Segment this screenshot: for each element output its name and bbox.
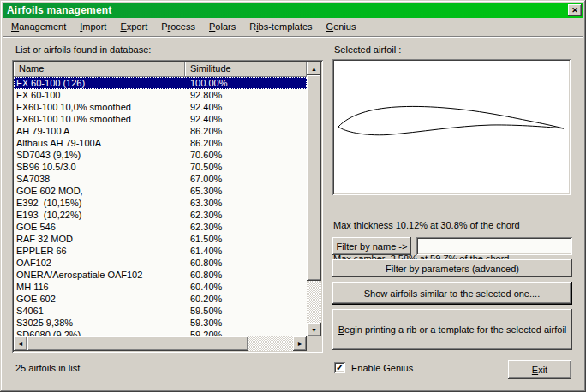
list-item[interactable]: S3025 9,38% 59.30%: [14, 317, 307, 329]
show-similar-airfoils-button[interactable]: Show airfoils similar to the selected on…: [332, 282, 572, 305]
list-item[interactable]: ONERA/Aerospatiale OAF102 60.80%: [14, 269, 307, 281]
close-button[interactable]: ✕: [568, 4, 582, 16]
menu-bar: Management Import Export Process Polars …: [3, 18, 583, 37]
list-item[interactable]: SD7043 (9,1%) 70.60%: [14, 149, 307, 161]
airfoil-similitude: 70.60%: [185, 150, 307, 160]
airfoil-name: FX60-100 10,0% smoothed: [14, 102, 185, 112]
list-item[interactable]: SD6080 (9,2%) 59.20%: [14, 329, 307, 336]
enable-genius-label: Enable Genius: [351, 363, 413, 373]
airfoil-name: SD6080 (9,2%): [14, 330, 185, 336]
list-item[interactable]: SB96 10.5/3.0 70.50%: [14, 161, 307, 173]
airfoil-similitude: 60.80%: [185, 258, 307, 268]
close-icon: ✕: [571, 7, 578, 15]
title-bar[interactable]: Airfoils management ✕: [3, 3, 583, 18]
begin-printing-button[interactable]: Begin printing a rib or a template for t…: [332, 309, 572, 350]
airfoil-similitude: 62.30%: [185, 222, 307, 232]
list-item[interactable]: EPPLER 66 61.40%: [14, 245, 307, 257]
horizontal-scrollbar[interactable]: ◄ ►: [14, 336, 307, 351]
airfoil-name: ONERA/Aerospatiale OAF102: [14, 270, 185, 280]
airfoil-name: SD7043 (9,1%): [14, 150, 185, 160]
airfoil-similitude: 92.40%: [185, 102, 307, 112]
max-thickness-label: Max thickness 10.12% at 30.8% of the cho…: [333, 220, 520, 231]
horizontal-scroll-thumb[interactable]: [27, 336, 248, 351]
airfoil-name: Althaus AH 79-100A: [14, 138, 185, 148]
list-item[interactable]: RAF 32 MOD 61.50%: [14, 233, 307, 245]
list-item[interactable]: FX60-100 10,0% smoothed 92.40%: [14, 101, 307, 113]
list-item[interactable]: GOE 602 MOD, 65.30%: [14, 185, 307, 197]
list-item[interactable]: MH 116 60.40%: [14, 281, 307, 293]
column-header-name[interactable]: Name: [14, 62, 185, 77]
menu-item-polars[interactable]: Polars: [202, 20, 242, 34]
airfoil-similitude: 60.20%: [185, 294, 307, 304]
column-header-similitude[interactable]: Similitude: [185, 62, 307, 77]
airfoil-profile-drawing: [334, 61, 569, 193]
menu-item-export[interactable]: Export: [113, 20, 154, 34]
airfoil-similitude: 65.30%: [185, 186, 307, 196]
list-item[interactable]: S4061 59.50%: [14, 305, 307, 317]
list-item[interactable]: FX 60-100 92.80%: [14, 89, 307, 101]
airfoil-name: S3025 9,38%: [14, 318, 185, 328]
list-header: Name Similitude: [14, 62, 307, 77]
list-item[interactable]: GOE 546 62.30%: [14, 221, 307, 233]
airfoil-similitude: 67.00%: [185, 174, 307, 184]
airfoil-name: OAF102: [14, 258, 185, 268]
airfoil-similitude: 60.40%: [185, 282, 307, 292]
scroll-left-button[interactable]: ◄: [14, 336, 27, 351]
airfoil-similitude: 92.40%: [185, 114, 307, 124]
airfoil-name: GOE 546: [14, 222, 185, 232]
airfoil-name: SB96 10.5/3.0: [14, 162, 185, 172]
scroll-up-button[interactable]: ▲: [307, 62, 321, 75]
scroll-left-icon: ◄: [18, 341, 24, 347]
list-item[interactable]: OAF102 60.80%: [14, 257, 307, 269]
checkmark-icon: ✓: [336, 363, 344, 372]
airfoil-name: SA7038: [14, 174, 185, 184]
airfoil-name: EPPLER 66: [14, 246, 185, 256]
vertical-scrollbar[interactable]: ▲ ▼: [307, 62, 321, 336]
airfoil-name: MH 116: [14, 282, 185, 292]
airfoil-name: FX60-100 10.0% smoothed: [14, 114, 185, 124]
airfoil-name: GOE 602 MOD,: [14, 186, 185, 196]
scroll-up-icon: ▲: [311, 66, 317, 72]
scroll-down-button[interactable]: ▼: [307, 323, 321, 336]
airfoil-similitude: 61.40%: [185, 246, 307, 256]
list-item[interactable]: Althaus AH 79-100A 86.20%: [14, 137, 307, 149]
scroll-right-button[interactable]: ►: [293, 336, 307, 351]
menu-item-process[interactable]: Process: [154, 20, 202, 34]
filter-name-input[interactable]: [416, 237, 572, 255]
airfoil-similitude: 60.80%: [185, 270, 307, 280]
airfoil-similitude: 86.20%: [185, 126, 307, 136]
menu-item-genius[interactable]: Genius: [320, 20, 363, 34]
list-item[interactable]: GOE 602 60.20%: [14, 293, 307, 305]
scroll-down-icon: ▼: [311, 327, 317, 333]
airfoil-name: E392 (10,15%): [14, 198, 185, 208]
airfoil-similitude: 61.50%: [185, 234, 307, 244]
menu-item-import[interactable]: Import: [73, 20, 113, 34]
airfoils-management-window: Airfoils management ✕ Management Import …: [0, 0, 586, 392]
list-item[interactable]: FX60-100 10.0% smoothed 92.40%: [14, 113, 307, 125]
list-item[interactable]: E392 (10,15%) 63.30%: [14, 197, 307, 209]
selected-airfoil-caption: Selected airfoil :: [334, 45, 401, 55]
airfoil-similitude: 59.50%: [185, 306, 307, 316]
airfoil-similitude: 100.00%: [185, 78, 307, 88]
airfoil-list: Name Similitude FX 60-100 (126) 100.00% …: [12, 60, 323, 353]
airfoil-count-label: 25 airfoils in list: [15, 363, 80, 373]
menu-item-management[interactable]: Management: [4, 20, 73, 34]
scrollbar-corner: [307, 336, 321, 351]
list-item[interactable]: AH 79-100 A 86.20%: [14, 125, 307, 137]
filter-by-name-button[interactable]: Filter by name ->: [332, 237, 411, 255]
filter-by-parameters-button[interactable]: Filter by parameters (advanced): [332, 259, 572, 277]
window-title: Airfoils management: [3, 4, 112, 16]
menu-item-ribs-templates[interactable]: Ribs-templates: [242, 20, 319, 34]
list-item[interactable]: FX 60-100 (126) 100.00%: [14, 77, 307, 89]
airfoil-name: RAF 32 MOD: [14, 234, 185, 244]
list-item[interactable]: SA7038 67.00%: [14, 173, 307, 185]
list-item[interactable]: E193 (10,22%) 62.30%: [14, 209, 307, 221]
airfoil-similitude: 59.20%: [185, 330, 307, 336]
airfoil-name: E193 (10,22%): [14, 210, 185, 220]
exit-button[interactable]: Exit: [508, 360, 571, 379]
vertical-scroll-thumb[interactable]: [307, 75, 321, 281]
airfoil-name: GOE 602: [14, 294, 185, 304]
enable-genius-checkbox[interactable]: ✓: [334, 362, 345, 373]
scroll-right-icon: ►: [297, 341, 303, 347]
list-caption: List or airfoils found in database:: [15, 45, 151, 55]
